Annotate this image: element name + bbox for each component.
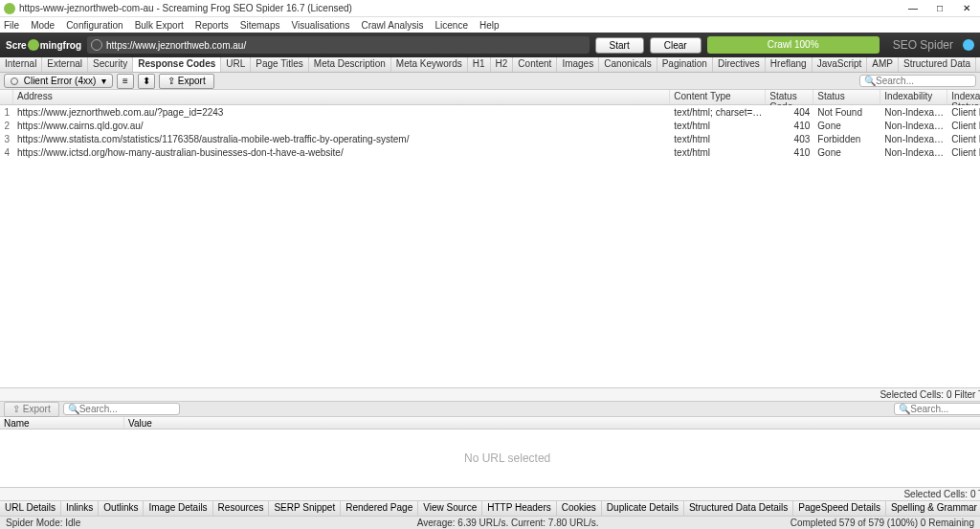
menu-crawl-analysis[interactable]: Crawl Analysis: [361, 20, 423, 31]
lower-grid-body: No URL selected: [0, 430, 980, 487]
btab-image-details[interactable]: Image Details: [144, 501, 212, 516]
lower-col-value[interactable]: Value: [124, 417, 980, 429]
tab-meta-description[interactable]: Meta Description: [309, 57, 391, 72]
top-search[interactable]: 🔍: [859, 75, 976, 87]
logo: Scremingfrog: [6, 39, 81, 51]
header: Scremingfrog Start Clear Crawl 100% SEO …: [0, 33, 980, 57]
btab-duplicate-details[interactable]: Duplicate Details: [602, 501, 684, 516]
cell: https://www.jeznorthweb.com.au/?page_id=…: [13, 107, 670, 118]
menu-configuration[interactable]: Configuration: [66, 20, 122, 31]
statusbar: Spider Mode: Idle Average: 6.39 URL/s. C…: [0, 516, 980, 529]
url-bar[interactable]: [87, 36, 590, 54]
btab-url-details[interactable]: URL Details: [0, 501, 61, 516]
grid-header: AddressContent TypeStatus CodeStatusInde…: [0, 90, 980, 105]
lower-col-name[interactable]: Name: [0, 417, 124, 429]
minimize-button[interactable]: —: [903, 3, 923, 13]
tab-amp[interactable]: AMP: [867, 57, 899, 72]
tab-url[interactable]: URL: [221, 57, 251, 72]
crawl-speed: Average: 6.39 URL/s. Current: 7.80 URL/s…: [417, 518, 599, 528]
tab-canonicals[interactable]: Canonicals: [599, 57, 657, 72]
bottom-tabs: URL DetailsInlinksOutlinksImage DetailsR…: [0, 500, 980, 516]
btab-http-headers[interactable]: HTTP Headers: [482, 501, 557, 516]
menu-sitemaps[interactable]: Sitemaps: [240, 20, 280, 31]
lower-toolbar: ⇪ Export 🔍 🔍: [0, 401, 980, 416]
btab-rendered-page[interactable]: Rendered Page: [341, 501, 418, 516]
url-input[interactable]: [106, 40, 586, 51]
tab-external[interactable]: External: [42, 57, 88, 72]
btab-spelling---grammar-details[interactable]: Spelling & Grammar Details: [886, 501, 980, 516]
tab-pagination[interactable]: Pagination: [657, 57, 713, 72]
btab-inlinks[interactable]: Inlinks: [61, 501, 99, 516]
export-button[interactable]: ⇪ Export: [159, 74, 214, 89]
col-status-code[interactable]: Status Code: [766, 90, 813, 104]
search-input[interactable]: [876, 76, 971, 86]
globe-icon: [91, 39, 102, 51]
table-row[interactable]: 4https://www.ictsd.org/how-many-australi…: [0, 145, 980, 159]
view-list-button[interactable]: ≡: [117, 74, 134, 89]
lower-search-right[interactable]: 🔍: [894, 403, 980, 415]
tab-h2[interactable]: H2: [491, 57, 514, 72]
view-tree-button[interactable]: ⬍: [138, 74, 155, 89]
menu-help[interactable]: Help: [479, 20, 500, 31]
menu-mode[interactable]: Mode: [31, 20, 55, 31]
lower-export-button: ⇪ Export: [4, 402, 59, 417]
col-content-type[interactable]: Content Type: [670, 90, 766, 104]
cell: 3: [0, 134, 13, 144]
close-button[interactable]: ✕: [957, 3, 976, 13]
start-button[interactable]: Start: [595, 37, 644, 54]
table-row[interactable]: 3https://www.statista.com/statistics/117…: [0, 132, 980, 145]
lower-search-right-input[interactable]: [910, 404, 980, 414]
col-address[interactable]: Address: [13, 90, 670, 104]
btab-serp-snippet[interactable]: SERP Snippet: [269, 501, 341, 516]
cell: Client Error: [947, 121, 980, 131]
main-grid-panel: AddressContent TypeStatus CodeStatusInde…: [0, 90, 980, 516]
tab-javascript[interactable]: JavaScript: [813, 57, 868, 72]
col-num[interactable]: [0, 90, 13, 104]
tab-content[interactable]: Content: [513, 57, 557, 72]
tab-structured-data[interactable]: Structured Data: [899, 57, 976, 72]
cell: 2: [0, 121, 13, 131]
table-row[interactable]: 2https://www.cairns.qld.gov.au/text/html…: [0, 119, 980, 132]
cell: Gone: [813, 147, 880, 158]
menu-file[interactable]: File: [4, 20, 19, 31]
tab-meta-keywords[interactable]: Meta Keywords: [391, 57, 468, 72]
cell: 410: [766, 121, 813, 131]
tab-response-codes[interactable]: Response Codes: [133, 57, 221, 72]
tab-internal[interactable]: Internal: [0, 57, 42, 72]
tab-h1[interactable]: H1: [468, 57, 491, 72]
grid-body[interactable]: 1https://www.jeznorthweb.com.au/?page_id…: [0, 105, 980, 387]
btab-pagespeed-details[interactable]: PageSpeed Details: [793, 501, 886, 516]
logo-o-icon: [28, 39, 39, 51]
menu-visualisations[interactable]: Visualisations: [291, 20, 349, 31]
btab-structured-data-details[interactable]: Structured Data Details: [684, 501, 793, 516]
tab-sitemaps[interactable]: Sitemaps: [976, 57, 980, 72]
menu-reports[interactable]: Reports: [195, 20, 229, 31]
table-row[interactable]: 1https://www.jeznorthweb.com.au/?page_id…: [0, 105, 980, 119]
col-indexability-status[interactable]: Indexability Status: [947, 90, 980, 104]
lower-grid-header: Name Value: [0, 416, 980, 430]
col-indexability[interactable]: Indexability: [880, 90, 947, 104]
help-icon[interactable]: [963, 39, 974, 51]
menu-licence[interactable]: Licence: [434, 20, 467, 31]
menu-bulk-export[interactable]: Bulk Export: [135, 20, 184, 31]
tab-hreflang[interactable]: Hreflang: [766, 57, 813, 72]
col-status[interactable]: Status: [813, 90, 880, 104]
gear-icon: [11, 77, 18, 85]
search-icon: 🔍: [899, 404, 910, 414]
btab-view-source[interactable]: View Source: [418, 501, 482, 516]
maximize-button[interactable]: □: [930, 3, 949, 13]
lower-search-input[interactable]: [79, 404, 175, 414]
tab-page-titles[interactable]: Page Titles: [251, 57, 308, 72]
cell: Non-Indexable: [880, 107, 947, 118]
filter-combo[interactable]: Client Error (4xx) ▾: [4, 74, 113, 88]
btab-outlinks[interactable]: Outlinks: [99, 501, 144, 516]
crawl-progress: Crawl 100%: [707, 36, 880, 54]
lower-search[interactable]: 🔍: [63, 403, 180, 415]
tab-images[interactable]: Images: [557, 57, 599, 72]
btab-cookies[interactable]: Cookies: [557, 501, 602, 516]
brand-label: SEO Spider: [893, 38, 953, 52]
tab-security[interactable]: Security: [88, 57, 133, 72]
tab-directives[interactable]: Directives: [713, 57, 766, 72]
clear-button[interactable]: Clear: [650, 37, 702, 54]
btab-resources[interactable]: Resources: [213, 501, 270, 516]
